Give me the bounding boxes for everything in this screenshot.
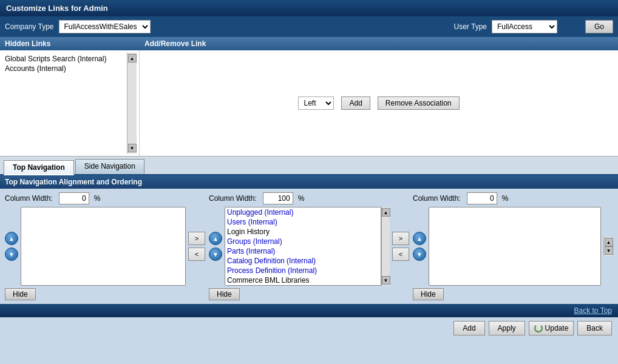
col1-down-button[interactable]: ▼: [5, 248, 18, 261]
col2-hide-row: Hide: [209, 288, 409, 300]
col2-list-wrap: Unplugged (Internal) Users (Internal) Lo…: [225, 207, 390, 286]
col2-list-area: ▲ ▼ Unplugged (Internal) Users (Internal…: [209, 207, 409, 286]
hidden-links-list: Global Scripts Search (Internal) Account…: [2, 53, 127, 75]
bottom-back-button[interactable]: Back: [577, 321, 612, 335]
col1-header: Column Width: %: [5, 192, 205, 204]
page-title: Customize Links for Admin: [6, 4, 108, 13]
links-list-panel: Global Scripts Search (Internal) Account…: [0, 50, 140, 156]
add-button[interactable]: Add: [341, 96, 370, 110]
col3-scrollbar[interactable]: ▲ ▼: [603, 237, 613, 256]
col3-listbox[interactable]: [429, 207, 601, 286]
col3-scroll-down-icon[interactable]: ▼: [605, 246, 613, 255]
col1-width-label: Column Width:: [5, 194, 53, 203]
hidden-links-area: Global Scripts Search (Internal) Account…: [0, 50, 618, 157]
add-remove-header: Add/Remove Link: [144, 39, 613, 48]
col3-down-button[interactable]: ▼: [413, 248, 426, 261]
col1-list-area: ▲ ▼ > <: [5, 207, 205, 286]
columns-area: Column Width: % ▲ ▼ > < Hide: [0, 189, 618, 304]
nav-column-2: Column Width: % ▲ ▼ Unplugged (Internal)…: [209, 192, 409, 300]
col3-move-btns: ▲ ▼: [603, 207, 613, 286]
col3-scroll-up-icon[interactable]: ▲: [605, 238, 613, 246]
tab-side-navigation[interactable]: Side Navigation: [75, 159, 144, 174]
col2-width-input[interactable]: [263, 192, 293, 204]
col1-updown: ▲ ▼: [5, 207, 18, 286]
col1-list-wrap: [21, 207, 186, 286]
section-header: Hidden Links Add/Remove Link: [0, 37, 618, 50]
col1-listbox[interactable]: [21, 207, 186, 286]
col2-updown: ▲ ▼: [209, 207, 222, 286]
bottom-buttons-row: Add Apply Update Back: [0, 317, 618, 339]
scroll-down-icon[interactable]: ▼: [128, 144, 137, 152]
col2-hide-button[interactable]: Hide: [209, 288, 240, 300]
tab-top-navigation[interactable]: Top Navigation: [4, 160, 74, 175]
col3-header: Column Width: %: [413, 192, 613, 204]
tabs-row: Top Navigation Side Navigation: [0, 157, 618, 175]
user-type-select[interactable]: FullAccess LimitedAccess ReadOnly: [492, 20, 557, 33]
col1-move-btns: > <: [188, 207, 205, 286]
back-to-top-link[interactable]: Back to Top: [574, 306, 612, 315]
alignment-header: Top Navigation Alignment and Ordering: [0, 175, 618, 189]
col3-updown: ▲ ▼: [413, 207, 426, 286]
col3-list-wrap: [429, 207, 601, 286]
scroll-up-icon[interactable]: ▲: [128, 54, 137, 62]
list-item[interactable]: Accounts (Internal): [4, 64, 126, 73]
col1-pct: %: [94, 194, 101, 203]
remove-association-button[interactable]: Remove Association: [378, 96, 460, 110]
col2-move-right-button[interactable]: >: [392, 232, 409, 245]
nav-column-3: Column Width: % ▲ ▼ ▲ ▼: [413, 192, 613, 300]
col2-move-btns: > <: [392, 207, 409, 286]
user-type-label: User Type: [454, 22, 487, 31]
col2-scrollbar[interactable]: ▲ ▼: [381, 207, 390, 286]
nav-column-1: Column Width: % ▲ ▼ > < Hide: [5, 192, 205, 300]
hidden-links-header: Hidden Links: [5, 39, 144, 48]
col2-pct: %: [298, 194, 305, 203]
company-type-label: Company Type: [5, 22, 54, 31]
col1-up-button[interactable]: ▲: [5, 232, 18, 245]
col3-width-input[interactable]: [467, 192, 497, 204]
direction-select[interactable]: Left Right: [298, 96, 334, 110]
toolbar: Company Type FullAccessWithESales FullAc…: [0, 16, 618, 37]
col2-down-button[interactable]: ▼: [209, 248, 222, 261]
title-bar: Customize Links for Admin: [0, 0, 618, 16]
refresh-icon: [534, 324, 543, 332]
col3-list-area: ▲ ▼ ▲ ▼: [413, 207, 613, 286]
col1-width-input[interactable]: [59, 192, 89, 204]
bottom-add-button[interactable]: Add: [453, 321, 484, 335]
bottom-update-button[interactable]: Update: [529, 321, 574, 335]
back-to-top-bar: Back to Top: [0, 304, 618, 317]
col1-hide-button[interactable]: Hide: [5, 288, 36, 300]
add-remove-panel: Left Right Add Remove Association: [140, 50, 618, 156]
col3-width-label: Column Width:: [413, 194, 461, 203]
col2-move-left-button[interactable]: <: [392, 248, 409, 261]
col3-hide-row: Hide: [413, 288, 613, 300]
col1-hide-row: Hide: [5, 288, 205, 300]
col2-header: Column Width: %: [209, 192, 409, 204]
col1-move-left-button[interactable]: <: [188, 248, 205, 261]
direction-wrap: Left Right: [298, 96, 334, 110]
col2-scroll-down-icon[interactable]: ▼: [382, 276, 390, 285]
go-button[interactable]: Go: [585, 20, 613, 33]
col1-move-right-button[interactable]: >: [188, 232, 205, 245]
col3-pct: %: [502, 194, 509, 203]
col3-up-button[interactable]: ▲: [413, 232, 426, 245]
bottom-apply-button[interactable]: Apply: [489, 321, 525, 335]
list-item[interactable]: Global Scripts Search (Internal): [4, 54, 126, 64]
col2-scroll-up-icon[interactable]: ▲: [382, 208, 390, 217]
col2-width-label: Column Width:: [209, 194, 257, 203]
links-scrollbar[interactable]: ▲ ▼: [127, 53, 137, 153]
company-type-select[interactable]: FullAccessWithESales FullAccess LimitedA…: [59, 20, 151, 33]
col2-listbox[interactable]: Unplugged (Internal) Users (Internal) Lo…: [225, 207, 381, 286]
col3-hide-button[interactable]: Hide: [413, 288, 444, 300]
col2-up-button[interactable]: ▲: [209, 232, 222, 245]
